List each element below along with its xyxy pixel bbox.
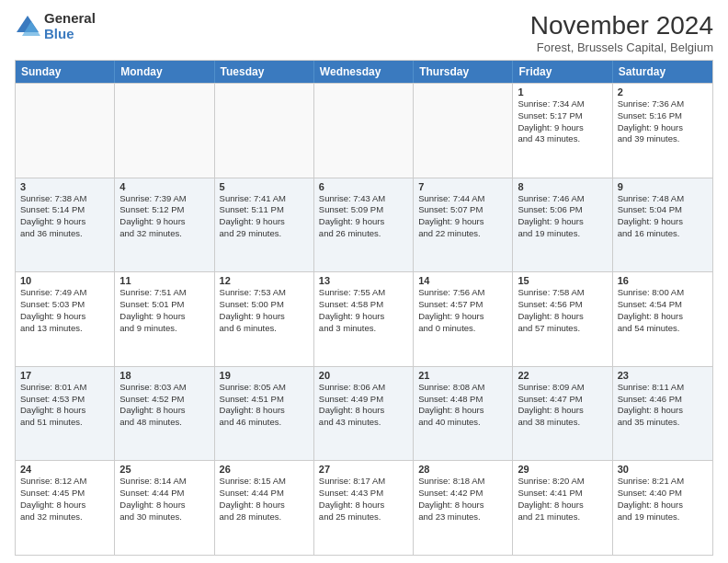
cell-line: Sunrise: 7:36 AM: [618, 98, 708, 110]
cell-line: Sunrise: 7:58 AM: [518, 287, 607, 299]
calendar-cell-r2c1: 11Sunrise: 7:51 AMSunset: 5:01 PMDayligh…: [115, 272, 214, 366]
day-number: 15: [518, 275, 607, 286]
day-number: 19: [220, 370, 309, 381]
calendar: SundayMondayTuesdayWednesdayThursdayFrid…: [15, 60, 713, 556]
cell-line: Daylight: 8 hours: [418, 500, 507, 511]
day-number: 25: [119, 464, 209, 475]
cell-line: Sunset: 5:14 PM: [20, 204, 109, 216]
calendar-cell-r1c3: 6Sunrise: 7:43 AMSunset: 5:09 PMDaylight…: [314, 178, 414, 272]
cell-line: Sunrise: 7:55 AM: [319, 287, 408, 299]
cell-line: Daylight: 9 hours: [220, 311, 309, 323]
day-number: 23: [618, 370, 708, 381]
day-number: 26: [220, 464, 309, 475]
month-title: November 2024: [530, 11, 713, 40]
cell-line: Sunset: 4:46 PM: [618, 394, 708, 406]
day-number: 22: [518, 370, 607, 381]
calendar-header: SundayMondayTuesdayWednesdayThursdayFrid…: [16, 61, 712, 83]
cell-line: and 21 minutes.: [518, 511, 607, 523]
header-day-wednesday: Wednesday: [314, 61, 414, 83]
cell-line: Sunset: 5:03 PM: [20, 299, 109, 311]
day-number: 29: [518, 464, 607, 475]
cell-line: and 54 minutes.: [618, 323, 708, 335]
cell-line: Sunrise: 7:43 AM: [319, 193, 408, 205]
cell-line: Daylight: 9 hours: [418, 216, 507, 228]
day-number: 24: [20, 464, 109, 475]
cell-line: Daylight: 8 hours: [319, 500, 408, 511]
cell-line: Daylight: 9 hours: [518, 122, 607, 134]
cell-line: Daylight: 8 hours: [20, 405, 109, 417]
day-number: 9: [618, 181, 708, 192]
cell-line: Sunset: 5:12 PM: [119, 204, 209, 216]
cell-line: Sunset: 5:04 PM: [618, 204, 708, 216]
cell-line: Sunrise: 7:34 AM: [518, 98, 607, 110]
cell-line: and 19 minutes.: [518, 228, 607, 240]
calendar-cell-r4c1: 25Sunrise: 8:14 AMSunset: 4:44 PMDayligh…: [115, 461, 214, 555]
cell-line: Daylight: 9 hours: [319, 216, 408, 228]
cell-line: Daylight: 9 hours: [20, 216, 109, 228]
calendar-row-4: 24Sunrise: 8:12 AMSunset: 4:45 PMDayligh…: [16, 460, 712, 555]
cell-line: and 9 minutes.: [119, 323, 209, 335]
day-number: 17: [20, 370, 109, 381]
cell-line: and 25 minutes.: [319, 511, 408, 523]
cell-line: and 36 minutes.: [20, 228, 109, 240]
day-number: 11: [119, 275, 209, 286]
calendar-cell-r0c6: 2Sunrise: 7:36 AMSunset: 5:16 PMDaylight…: [613, 84, 712, 178]
calendar-cell-r2c2: 12Sunrise: 7:53 AMSunset: 5:00 PMDayligh…: [215, 272, 314, 366]
calendar-cell-r4c6: 30Sunrise: 8:21 AMSunset: 4:40 PMDayligh…: [613, 461, 712, 555]
cell-line: and 16 minutes.: [618, 228, 708, 240]
calendar-cell-r4c2: 26Sunrise: 8:15 AMSunset: 4:44 PMDayligh…: [215, 461, 314, 555]
cell-line: and 40 minutes.: [418, 417, 507, 429]
cell-line: Sunrise: 7:41 AM: [220, 193, 309, 205]
calendar-cell-r0c5: 1Sunrise: 7:34 AMSunset: 5:17 PMDaylight…: [513, 84, 612, 178]
cell-line: and 39 minutes.: [618, 133, 708, 145]
cell-line: and 29 minutes.: [220, 228, 309, 240]
calendar-cell-r1c6: 9Sunrise: 7:48 AMSunset: 5:04 PMDaylight…: [613, 178, 712, 272]
cell-line: and 26 minutes.: [319, 228, 408, 240]
cell-line: Sunset: 5:00 PM: [220, 299, 309, 311]
cell-line: Sunrise: 8:20 AM: [518, 476, 607, 488]
cell-line: Sunrise: 8:14 AM: [119, 476, 209, 488]
calendar-cell-r2c3: 13Sunrise: 7:55 AMSunset: 4:58 PMDayligh…: [314, 272, 414, 366]
calendar-cell-r1c2: 5Sunrise: 7:41 AMSunset: 5:11 PMDaylight…: [215, 178, 314, 272]
calendar-cell-r1c4: 7Sunrise: 7:44 AMSunset: 5:07 PMDaylight…: [414, 178, 513, 272]
cell-line: Sunrise: 8:21 AM: [618, 476, 708, 488]
cell-line: Sunrise: 8:08 AM: [418, 382, 507, 394]
cell-line: Daylight: 8 hours: [319, 405, 408, 417]
calendar-cell-r4c5: 29Sunrise: 8:20 AMSunset: 4:41 PMDayligh…: [513, 461, 612, 555]
cell-line: Sunset: 5:01 PM: [119, 299, 209, 311]
cell-line: Sunset: 4:53 PM: [20, 394, 109, 406]
cell-line: Daylight: 8 hours: [119, 500, 209, 511]
calendar-cell-r0c3: [314, 84, 414, 178]
day-number: 20: [319, 370, 408, 381]
calendar-cell-r0c1: [115, 84, 214, 178]
cell-line: Sunrise: 7:53 AM: [220, 287, 309, 299]
cell-line: Daylight: 8 hours: [518, 500, 607, 511]
calendar-cell-r1c1: 4Sunrise: 7:39 AMSunset: 5:12 PMDaylight…: [115, 178, 214, 272]
cell-line: Sunset: 4:54 PM: [618, 299, 708, 311]
cell-line: Sunset: 5:06 PM: [518, 204, 607, 216]
cell-line: Daylight: 9 hours: [119, 311, 209, 323]
day-number: 30: [618, 464, 708, 475]
logo-icon: [15, 14, 40, 40]
cell-line: Daylight: 9 hours: [119, 216, 209, 228]
day-number: 7: [418, 181, 507, 192]
cell-line: Sunset: 4:42 PM: [418, 488, 507, 500]
cell-line: and 38 minutes.: [518, 417, 607, 429]
cell-line: and 3 minutes.: [319, 323, 408, 335]
cell-line: and 32 minutes.: [119, 228, 209, 240]
cell-line: and 48 minutes.: [119, 417, 209, 429]
title-block: November 2024 Forest, Brussels Capital, …: [530, 11, 713, 54]
calendar-cell-r0c0: [16, 84, 115, 178]
day-number: 2: [618, 86, 708, 98]
cell-line: and 30 minutes.: [119, 511, 209, 523]
cell-line: and 0 minutes.: [418, 323, 507, 335]
cell-line: Sunrise: 7:46 AM: [518, 193, 607, 205]
cell-line: and 46 minutes.: [220, 417, 309, 429]
logo-blue: Blue: [44, 27, 96, 42]
day-number: 10: [20, 275, 109, 286]
cell-line: and 19 minutes.: [618, 511, 708, 523]
calendar-row-2: 10Sunrise: 7:49 AMSunset: 5:03 PMDayligh…: [16, 271, 712, 366]
cell-line: Sunrise: 8:01 AM: [20, 382, 109, 394]
cell-line: Sunset: 5:11 PM: [220, 204, 309, 216]
cell-line: Sunrise: 7:38 AM: [20, 193, 109, 205]
